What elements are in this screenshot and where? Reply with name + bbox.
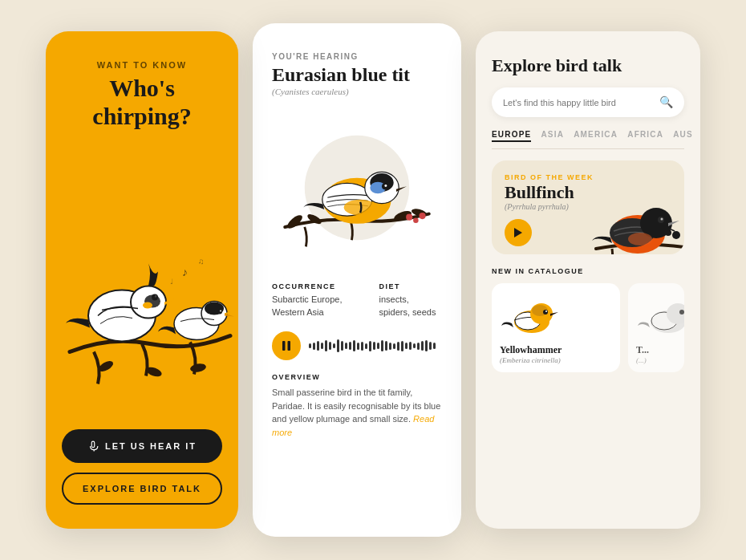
- bird-info-row: OCCURRENCE Subarctic Europe, Western Asi…: [272, 282, 442, 319]
- cat-bird-name-1: Yellowhammer: [500, 344, 562, 356]
- catalogue-row: Yellowhammer (Emberiza citrinella) T... …: [492, 283, 684, 372]
- diet-label: DIET: [379, 282, 442, 290]
- svg-point-28: [384, 185, 387, 187]
- tab-europe[interactable]: EUROPE: [492, 130, 531, 142]
- screen-1: WANT TO KNOW Who's chirping?: [46, 31, 238, 529]
- hear-it-label: LET US HEAR IT: [105, 441, 197, 451]
- diet-info: DIET insects, spiders, seeds: [379, 282, 442, 319]
- waveform: [309, 335, 442, 357]
- bird-name: Eurasian blue tit: [272, 64, 442, 85]
- overview-section: OVERVIEW Small passerine bird in the tit…: [272, 373, 442, 439]
- hear-it-button[interactable]: LET US HEAR IT: [62, 429, 222, 463]
- yellowhammer-illustration: [500, 291, 564, 339]
- tab-america[interactable]: AMERICA: [574, 130, 618, 142]
- explore-button[interactable]: EXPLORE BIRD TALK: [62, 473, 222, 505]
- svg-point-30: [406, 214, 412, 221]
- main-title: Who's chirping?: [62, 75, 222, 130]
- second-bird-illustration: [636, 291, 684, 339]
- svg-point-12: [217, 310, 222, 314]
- tabs-row: EUROPEASIAAMERICAAFRICAAUS: [492, 130, 684, 149]
- screens-container: WANT TO KNOW Who's chirping?: [30, 0, 716, 560]
- svg-point-54: [679, 310, 684, 314]
- bird-latin-name: (Cyanistes caeruleus): [272, 87, 442, 96]
- svg-text:♩: ♩: [170, 278, 173, 286]
- svg-point-32: [419, 213, 425, 219]
- bullfinch-illustration: [588, 160, 684, 254]
- microphone-icon: [87, 440, 99, 452]
- tab-aus[interactable]: AUS: [673, 130, 693, 142]
- search-bar[interactable]: 🔍: [492, 87, 684, 117]
- occurrence-info: OCCURRENCE Subarctic Europe, Western Asi…: [272, 282, 359, 319]
- occurrence-label: OCCURRENCE: [272, 282, 359, 290]
- search-input[interactable]: [503, 98, 653, 108]
- svg-text:♪: ♪: [182, 266, 188, 278]
- overview-text: Small passerine bird in the tit family, …: [272, 386, 442, 439]
- svg-point-49: [543, 310, 548, 314]
- you-hearing-label: YOU'RE HEARING: [272, 52, 442, 61]
- svg-point-31: [413, 218, 419, 224]
- new-catalogue-label: NEW IN CATALOGUE: [492, 267, 684, 275]
- svg-point-44: [628, 233, 652, 246]
- tab-africa[interactable]: AFRICA: [627, 130, 663, 142]
- bird-illustration-blue-tit: [272, 108, 442, 268]
- diet-value: insects, spiders, seeds: [379, 294, 442, 319]
- screen-2: YOU'RE HEARING Eurasian blue tit (Cyanis…: [253, 23, 461, 537]
- cat-bird-latin-2: (...): [636, 356, 647, 364]
- want-to-know-label: WANT TO KNOW: [97, 60, 187, 70]
- screen-3: Explore bird talk 🔍 EUROPEASIAAMERICAAFR…: [476, 31, 700, 529]
- svg-rect-34: [288, 341, 291, 351]
- cat-bird-latin-1: (Emberiza citrinella): [500, 356, 561, 364]
- occurrence-value: Subarctic Europe, Western Asia: [272, 294, 359, 319]
- bird-of-week-card: BIRD OF THE WEEK Bullfinch (Pyrrhula pyr…: [492, 160, 684, 254]
- svg-text:♫: ♫: [198, 257, 205, 266]
- overview-label: OVERVIEW: [272, 373, 442, 381]
- tab-asia[interactable]: ASIA: [541, 130, 564, 142]
- svg-point-38: [672, 231, 680, 239]
- explore-label: EXPLORE BIRD TALK: [83, 484, 201, 493]
- svg-point-2: [189, 363, 206, 373]
- cat-bird-name-2: T...: [636, 344, 649, 356]
- catalogue-card-2[interactable]: T... (...): [628, 283, 684, 372]
- audio-player: [272, 331, 442, 360]
- svg-point-43: [661, 218, 663, 221]
- screen-1-buttons: LET US HEAR IT EXPLORE BIRD TALK: [62, 429, 222, 505]
- catalogue-card-yellowhammer[interactable]: Yellowhammer (Emberiza citrinella): [492, 283, 620, 372]
- search-icon: 🔍: [659, 95, 673, 109]
- explore-title: Explore bird talk: [492, 55, 684, 76]
- play-week-button[interactable]: [505, 219, 532, 246]
- pause-icon: [282, 340, 291, 351]
- svg-point-8: [143, 302, 152, 309]
- svg-point-50: [545, 310, 547, 312]
- svg-rect-33: [282, 341, 286, 351]
- svg-point-13: [220, 310, 221, 312]
- svg-marker-35: [514, 228, 522, 237]
- pause-button[interactable]: [272, 331, 301, 360]
- play-icon: [513, 227, 523, 238]
- bird-illustration-chirping: ♪ ♫ ♩: [62, 138, 238, 421]
